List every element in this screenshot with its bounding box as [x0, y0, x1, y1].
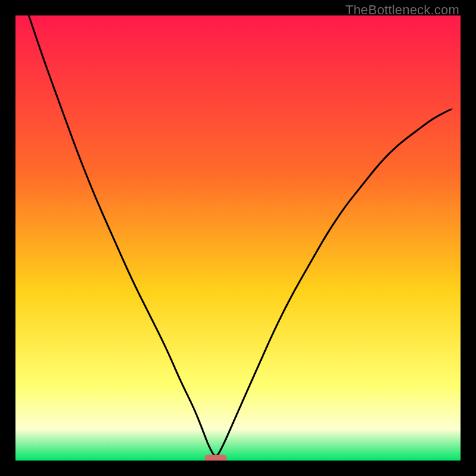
bottleneck-chart: [15, 15, 461, 461]
watermark-text: TheBottleneck.com: [345, 2, 459, 18]
optimal-marker: [205, 455, 227, 461]
chart-frame: [15, 15, 461, 461]
gradient-background: [15, 15, 461, 461]
